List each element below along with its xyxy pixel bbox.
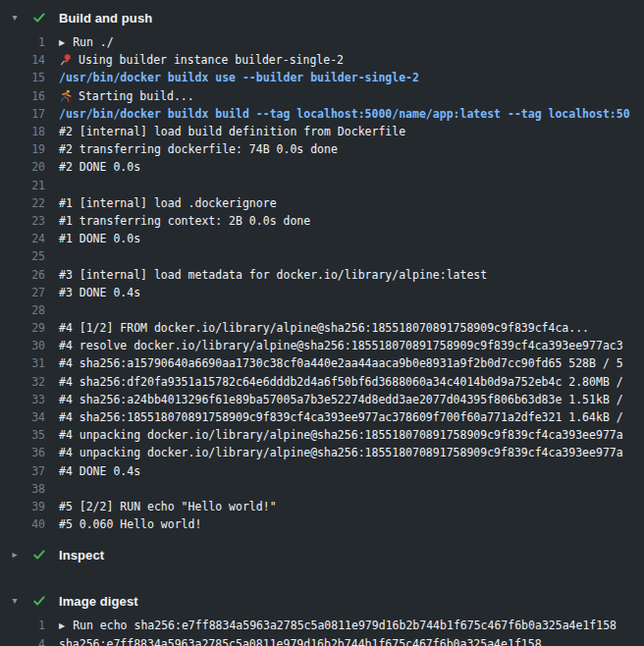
- log-line: 16Starting build...: [0, 87, 644, 105]
- expand-group-icon[interactable]: ▶: [59, 38, 65, 47]
- line-number[interactable]: 21: [0, 179, 45, 192]
- log-text: #1 [internal] load .dockerignore: [59, 196, 277, 210]
- log-line-content: #4 resolve docker.io/library/alpine@sha2…: [59, 339, 623, 352]
- check-icon: [32, 11, 46, 25]
- log-line: 1▶Run echo sha256:e7ff8834a5963a2785c5a0…: [0, 617, 644, 634]
- workflow-log-viewer: ▾Build and push1▶Run ./14Using builder i…: [0, 0, 644, 646]
- log-line: 30#4 resolve docker.io/library/alpine@sh…: [0, 337, 644, 354]
- log-line: 39#5 [2/2] RUN echo "Hello world!": [0, 498, 644, 515]
- log-line: 23#1 transferring context: 2B 0.0s done: [0, 212, 644, 230]
- line-number[interactable]: 33: [0, 393, 45, 406]
- log-text: sha256:e7ff8834a5963a2785c5a0811e979d16b…: [59, 637, 542, 646]
- log-line: 36#4 unpacking docker.io/library/alpine@…: [0, 444, 644, 461]
- chevron-down-icon: ▾: [9, 13, 21, 23]
- line-number[interactable]: 18: [0, 125, 45, 138]
- log-line: 21: [0, 177, 644, 194]
- line-number[interactable]: 26: [0, 268, 45, 282]
- log-line: 18#2 [internal] load build definition fr…: [0, 123, 644, 140]
- line-number[interactable]: 28: [0, 303, 45, 317]
- log-text: #4 sha256:a15790640a6690aa1730c38cf0a440…: [59, 356, 623, 370]
- section-header-image-digest[interactable]: ▾Image digest: [0, 592, 644, 610]
- log-section: ▸Inspect: [0, 546, 644, 564]
- log-text: Using builder instance builder-single-2: [79, 53, 344, 67]
- log-line-content: #5 0.060 Hello world!: [59, 517, 201, 531]
- log-text: #3 [internal] load metadata for docker.i…: [59, 268, 487, 282]
- line-number[interactable]: 39: [0, 500, 45, 513]
- line-number[interactable]: 4: [0, 637, 45, 646]
- line-number[interactable]: 27: [0, 286, 45, 299]
- line-number[interactable]: 32: [0, 375, 45, 389]
- section-header-build-and-push[interactable]: ▾Build and push: [0, 9, 644, 27]
- log-line: 19#2 transferring dockerfile: 74B 0.0s d…: [0, 140, 644, 158]
- log-line: 4sha256:e7ff8834a5963a2785c5a0811e979d16…: [0, 634, 644, 646]
- log-text: Starting build...: [79, 89, 194, 103]
- line-number[interactable]: 1: [0, 35, 45, 49]
- log-text: Run ./: [73, 35, 114, 49]
- section-log-lines: 1▶Run echo sha256:e7ff8834a5963a2785c5a0…: [0, 617, 644, 646]
- log-line: 17/usr/bin/docker buildx build --tag loc…: [0, 105, 644, 123]
- log-line: 31#4 sha256:a15790640a6690aa1730c38cf0a4…: [0, 354, 644, 372]
- log-line: 29#4 [1/2] FROM docker.io/library/alpine…: [0, 319, 644, 337]
- log-line-content: sha256:e7ff8834a5963a2785c5a0811e979d16b…: [59, 637, 542, 646]
- line-number[interactable]: 37: [0, 464, 45, 478]
- log-line-content: #4 sha256:a15790640a6690aa1730c38cf0a440…: [59, 356, 623, 370]
- log-line-content: #3 DONE 0.4s: [59, 286, 140, 299]
- section-header-inspect[interactable]: ▸Inspect: [0, 546, 644, 564]
- line-number[interactable]: 19: [0, 142, 45, 156]
- log-text: #4 DONE 0.4s: [59, 464, 140, 478]
- log-line-content: #3 [internal] load metadata for docker.i…: [59, 268, 487, 282]
- line-number[interactable]: 15: [0, 71, 45, 84]
- log-line-content: #1 transferring context: 2B 0.0s done: [59, 214, 310, 228]
- log-line: 14Using builder instance builder-single-…: [0, 51, 644, 69]
- line-number[interactable]: 16: [0, 89, 45, 103]
- log-line-content: ▶Run echo sha256:e7ff8834a5963a2785c5a08…: [59, 619, 617, 632]
- log-line-content: Using builder instance builder-single-2: [59, 53, 344, 67]
- log-line: 24#1 DONE 0.0s: [0, 230, 644, 247]
- log-text: #1 transferring context: 2B 0.0s done: [59, 214, 310, 228]
- line-number[interactable]: 31: [0, 356, 45, 370]
- log-text: #4 unpacking docker.io/library/alpine@sh…: [59, 446, 623, 459]
- line-number[interactable]: 17: [0, 107, 45, 121]
- line-number[interactable]: 34: [0, 410, 45, 424]
- check-icon: [32, 548, 46, 562]
- log-text: #5 [2/2] RUN echo "Hello world!": [59, 500, 277, 513]
- expand-group-icon[interactable]: ▶: [59, 621, 65, 630]
- line-number[interactable]: 20: [0, 160, 45, 174]
- line-number[interactable]: 36: [0, 446, 45, 459]
- log-line-content: #4 sha256:df20fa9351a15782c64e6dddb2d4a6…: [59, 375, 623, 389]
- log-text: #4 sha256:a24bb4013296f61e89ba57005a7b3e…: [59, 393, 623, 406]
- line-number[interactable]: 22: [0, 196, 45, 210]
- log-line: 20#2 DONE 0.0s: [0, 158, 644, 176]
- line-number[interactable]: 29: [0, 321, 45, 335]
- log-line: 38: [0, 480, 644, 498]
- log-text: /usr/bin/docker buildx use --builder bui…: [59, 71, 419, 84]
- log-text: #2 DONE 0.0s: [59, 160, 140, 174]
- line-number[interactable]: 14: [0, 53, 45, 67]
- log-line-content: Starting build...: [59, 89, 194, 103]
- log-text: #5 0.060 Hello world!: [59, 517, 201, 531]
- log-text: #3 DONE 0.4s: [59, 286, 140, 299]
- log-section: ▾Build and push1▶Run ./14Using builder i…: [0, 9, 644, 533]
- log-line: 27#3 DONE 0.4s: [0, 284, 644, 301]
- log-line: 32#4 sha256:df20fa9351a15782c64e6dddb2d4…: [0, 373, 644, 391]
- log-line-content: #4 [1/2] FROM docker.io/library/alpine@s…: [59, 321, 589, 335]
- log-line: 22#1 [internal] load .dockerignore: [0, 194, 644, 212]
- line-number[interactable]: 40: [0, 517, 45, 531]
- line-number[interactable]: 24: [0, 232, 45, 245]
- line-number[interactable]: 38: [0, 482, 45, 496]
- chevron-right-icon: ▸: [9, 550, 21, 560]
- line-number[interactable]: 25: [0, 249, 45, 263]
- line-number[interactable]: 23: [0, 214, 45, 228]
- log-line: 34#4 sha256:185518070891758909c9f839cf4c…: [0, 408, 644, 426]
- line-number[interactable]: 35: [0, 428, 45, 442]
- line-number[interactable]: 1: [0, 619, 45, 632]
- log-line-content: #4 unpacking docker.io/library/alpine@sh…: [59, 446, 623, 459]
- line-number[interactable]: 30: [0, 339, 45, 352]
- log-line: 1▶Run ./: [0, 33, 644, 51]
- log-line-content: #1 DONE 0.0s: [59, 232, 140, 245]
- log-line: 35#4 unpacking docker.io/library/alpine@…: [0, 426, 644, 444]
- log-text: #4 unpacking docker.io/library/alpine@sh…: [59, 428, 623, 442]
- runner-icon: [59, 89, 73, 103]
- section-log-lines: 1▶Run ./14Using builder instance builder…: [0, 33, 644, 533]
- log-text: Run echo sha256:e7ff8834a5963a2785c5a081…: [73, 619, 617, 632]
